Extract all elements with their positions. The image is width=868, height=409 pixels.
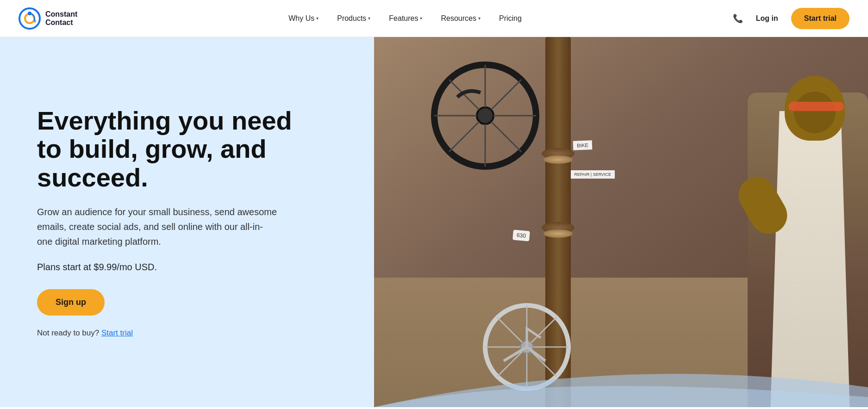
chevron-down-icon: ▾ — [316, 16, 318, 21]
login-button[interactable]: Log in — [750, 11, 784, 26]
svg-point-5 — [477, 107, 493, 124]
nav-right: 📞 Log in Start trial — [733, 8, 849, 29]
nav-links: Why Us ▾ Products ▾ Features ▾ Resources… — [77, 11, 732, 26]
start-trial-button[interactable]: Start trial — [791, 8, 849, 29]
shop-sign-2: REPAIR | SERVICE — [571, 170, 615, 179]
not-ready-text: Not ready to buy? Start trial — [37, 328, 296, 338]
hero-description: Grow an audience for your small business… — [37, 204, 278, 249]
nav-item-pricing[interactable]: Pricing — [492, 11, 529, 26]
hero-section: Everything you need to build, grow, and … — [0, 37, 868, 407]
bike-wheel-1 — [430, 60, 541, 171]
signup-button[interactable]: Sign up — [37, 289, 105, 316]
nav-item-features[interactable]: Features ▾ — [381, 11, 430, 26]
nav-item-products[interactable]: Products ▾ — [330, 11, 378, 26]
logo-icon — [19, 7, 41, 30]
phone-icon[interactable]: 📞 — [733, 13, 743, 24]
hero-title: Everything you need to build, grow, and … — [37, 106, 296, 192]
hero-price: Plans start at $9.99/mo USD. — [37, 262, 296, 273]
price-tag: 630 — [512, 229, 530, 241]
svg-line-20 — [497, 317, 522, 342]
svg-line-13 — [449, 122, 479, 152]
svg-line-11 — [491, 122, 521, 152]
start-trial-link[interactable]: Start trial — [101, 328, 133, 337]
chevron-down-icon: ▾ — [478, 16, 481, 21]
svg-line-12 — [491, 80, 521, 110]
nav-item-why-us[interactable]: Why Us ▾ — [281, 11, 326, 26]
nav-item-resources[interactable]: Resources ▾ — [433, 11, 487, 26]
navbar: Constant Contact Why Us ▾ Products ▾ Fea… — [0, 0, 868, 37]
svg-point-0 — [19, 8, 40, 29]
svg-line-10 — [449, 80, 479, 110]
chevron-down-icon: ▾ — [368, 16, 370, 21]
chevron-down-icon: ▾ — [420, 16, 422, 21]
hero-image-area: BIKE REPAIR | SERVICE 630 — [374, 37, 868, 407]
hero-content: Everything you need to build, grow, and … — [0, 79, 324, 366]
hero-curve-accent — [374, 352, 868, 407]
shop-sign-1: BIKE — [573, 140, 592, 150]
logo-text: Constant Contact — [45, 10, 77, 26]
svg-line-22 — [531, 317, 556, 342]
logo[interactable]: Constant Contact — [19, 7, 77, 30]
